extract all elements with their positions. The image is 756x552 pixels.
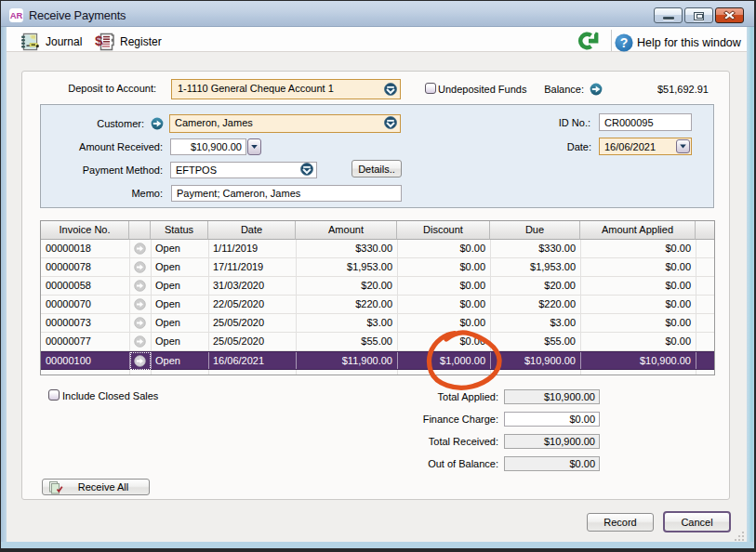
svg-text:$: $ [95,33,103,48]
svg-text:?: ? [620,35,629,50]
